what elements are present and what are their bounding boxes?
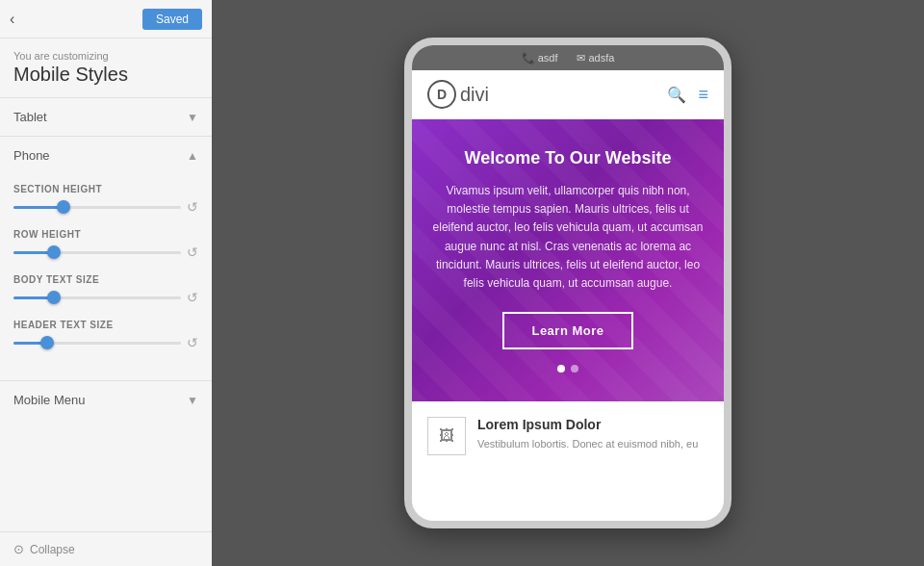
phone-chevron: ▲: [187, 149, 198, 163]
collapse-bar[interactable]: ⊙ Collapse: [0, 531, 212, 566]
hero-dots: [431, 365, 705, 373]
learn-more-button[interactable]: Learn More: [502, 312, 632, 349]
header-text-size-row: ↺: [13, 336, 198, 349]
customizing-label: You are customizing: [0, 39, 212, 64]
mobile-menu-accordion: Mobile Menu ▼: [0, 380, 212, 419]
body-text-size-label: BODY TEXT SIZE: [13, 274, 99, 285]
content-item: 🖼 Lorem Ipsum Dolor Vestibulum lobortis.…: [427, 417, 708, 455]
search-icon[interactable]: 🔍: [667, 86, 686, 104]
phone-email-icon: ✉: [577, 52, 585, 64]
content-body: Vestibulum lobortis. Donec at euismod ni…: [477, 436, 698, 452]
header-text-size-track[interactable]: [13, 342, 181, 345]
body-text-size-group: BODY TEXT SIZE ↺: [13, 274, 198, 304]
body-text-size-row: ↺: [13, 291, 198, 304]
phone-logo: D divi: [427, 80, 489, 109]
collapse-label: Collapse: [30, 543, 75, 556]
section-height-track[interactable]: [13, 206, 181, 209]
body-text-size-reset[interactable]: ↺: [187, 291, 198, 304]
row-height-thumb[interactable]: [47, 245, 61, 259]
row-height-label: ROW HEIGHT: [13, 229, 81, 240]
row-height-reset[interactable]: ↺: [187, 245, 198, 259]
logo-letter: D: [437, 87, 447, 102]
phone-accordion-content: SECTION HEIGHT ↺ ROW HEIGHT: [0, 174, 212, 380]
right-area: 📞 asdf ✉ adsfa D divi 🔍 ≡: [212, 0, 924, 566]
section-height-row: ↺: [13, 200, 198, 214]
section-height-label: SECTION HEIGHT: [13, 184, 102, 194]
phone-label: Phone: [13, 148, 50, 163]
content-text: Lorem Ipsum Dolor Vestibulum lobortis. D…: [477, 417, 698, 452]
phone-email-text: adsfa: [588, 52, 614, 64]
row-height-group: ROW HEIGHT ↺: [13, 229, 198, 259]
back-icon: ‹: [10, 11, 14, 28]
phone-phone-icon: 📞: [522, 52, 535, 64]
phone-accordion-header[interactable]: Phone ▲: [0, 137, 212, 174]
content-title: Lorem Ipsum Dolor: [477, 417, 698, 432]
dot-2: [571, 365, 578, 373]
body-text-size-track[interactable]: [13, 296, 181, 299]
logo-circle: D: [427, 80, 456, 109]
body-text-size-thumb[interactable]: [47, 291, 61, 304]
phone-topbar: 📞 asdf ✉ adsfa: [412, 45, 724, 70]
header-text-size-reset[interactable]: ↺: [187, 336, 198, 349]
phone-topbar-email: ✉ adsfa: [577, 52, 614, 64]
tablet-chevron: ▼: [187, 111, 198, 124]
phone-phone-text: asdf: [538, 52, 558, 64]
mobile-menu-accordion-header[interactable]: Mobile Menu ▼: [0, 381, 212, 419]
phone-browser[interactable]: D divi 🔍 ≡ Welcome To Our Website Vivamu…: [412, 70, 724, 521]
content-image-icon: 🖼: [427, 417, 466, 455]
top-bar: ‹ Saved: [0, 0, 212, 39]
phone-nav: D divi 🔍 ≡: [412, 70, 724, 119]
page-title: Mobile Styles: [0, 64, 212, 97]
tablet-label: Tablet: [13, 110, 47, 124]
collapse-icon: ⊙: [13, 542, 24, 556]
header-text-size-label: HEADER TEXT SIZE: [13, 320, 114, 330]
row-height-row: ↺: [13, 245, 198, 259]
section-height-group: SECTION HEIGHT ↺: [13, 184, 198, 214]
phone-nav-icons: 🔍 ≡: [667, 85, 708, 105]
saved-button[interactable]: Saved: [142, 9, 202, 30]
mobile-menu-label: Mobile Menu: [13, 393, 85, 407]
tablet-accordion: Tablet ▼: [0, 97, 212, 136]
content-section: 🖼 Lorem Ipsum Dolor Vestibulum lobortis.…: [412, 401, 724, 471]
hero-body: Vivamus ipsum velit, ullamcorper quis ni…: [431, 182, 705, 293]
hamburger-icon[interactable]: ≡: [698, 85, 708, 105]
phone-accordion: Phone ▲ SECTION HEIGHT ↺: [0, 136, 212, 380]
row-height-track[interactable]: [13, 251, 181, 254]
tablet-accordion-header[interactable]: Tablet ▼: [0, 98, 212, 136]
header-text-size-thumb[interactable]: [40, 336, 54, 349]
dot-1: [557, 365, 565, 373]
phone-topbar-phone: 📞 asdf: [522, 52, 558, 64]
mobile-menu-chevron: ▼: [187, 394, 198, 407]
back-button[interactable]: ‹: [10, 11, 14, 28]
section-height-reset[interactable]: ↺: [187, 200, 198, 214]
phone-mockup: 📞 asdf ✉ adsfa D divi 🔍 ≡: [404, 38, 732, 528]
section-height-thumb[interactable]: [57, 200, 70, 214]
hero-title: Welcome To Our Website: [431, 148, 705, 168]
left-panel: ‹ Saved You are customizing Mobile Style…: [0, 0, 212, 566]
logo-text: divi: [460, 84, 489, 106]
header-text-size-group: HEADER TEXT SIZE ↺: [13, 320, 198, 349]
hero-section: Welcome To Our Website Vivamus ipsum vel…: [412, 119, 724, 401]
